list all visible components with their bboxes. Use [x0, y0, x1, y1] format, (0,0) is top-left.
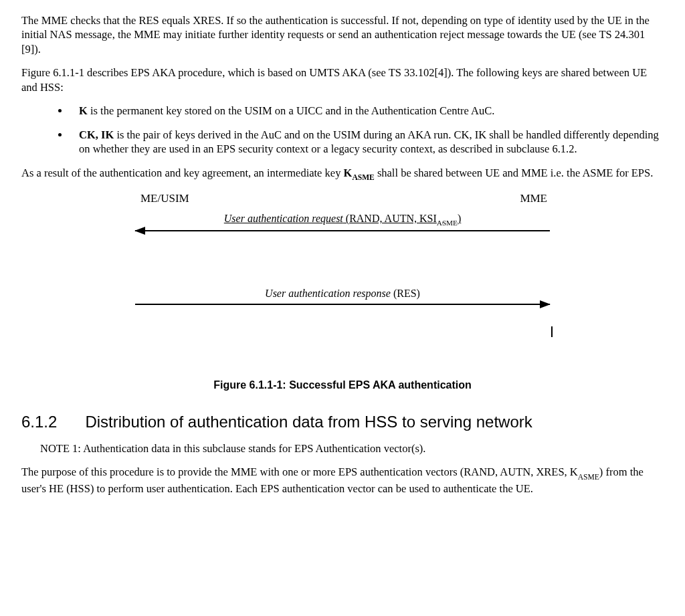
- arrow-line-icon: [135, 230, 550, 231]
- text: User authentication response: [265, 288, 391, 299]
- tick-mark-icon: [551, 326, 553, 337]
- note-1: NOTE 1: Authentication data in this subc…: [40, 441, 664, 455]
- arrow-head-left-icon: [134, 227, 145, 235]
- arrow-line-icon: [135, 304, 550, 305]
- text: shall be shared between UE and MME i.e. …: [375, 167, 654, 179]
- figure-caption: Figure 6.1.1-1: Successful EPS AKA authe…: [21, 379, 664, 393]
- text: is the pair of keys derived in the AuC a…: [79, 128, 659, 155]
- diagram-actor-mme: MME: [520, 191, 547, 206]
- paragraph: The MME checks that the RES equals XRES.…: [21, 13, 664, 56]
- paragraph: As a result of the authentication and ke…: [21, 166, 664, 182]
- arrow-label: User authentication response (RES): [135, 287, 550, 301]
- text: (RAND, AUTN, KSI: [343, 213, 437, 224]
- text: User authentication request: [224, 213, 343, 224]
- arrow-label: User authentication request (RAND, AUTN,…: [135, 212, 550, 227]
- section-title: Distribution of authentication data from…: [85, 411, 532, 432]
- list-item: K is the permanent key stored on the USI…: [70, 104, 664, 118]
- key-kasme: KASME: [344, 167, 375, 179]
- sequence-diagram: ME/USIM MME User authentication request …: [135, 191, 550, 358]
- text: ): [458, 213, 461, 224]
- key-k: K: [79, 104, 88, 117]
- text: ASME: [437, 219, 458, 227]
- paragraph: Figure 6.1.1-1 describes EPS AKA procedu…: [21, 66, 664, 94]
- bullet-list: K is the permanent key stored on the USI…: [21, 104, 664, 156]
- text: ASME: [578, 473, 599, 481]
- section-heading: 6.1.2 Distribution of authentication dat…: [21, 411, 664, 432]
- list-item: CK, IK is the pair of keys derived in th…: [70, 128, 664, 157]
- arrow-head-right-icon: [540, 300, 551, 308]
- arrow-auth-request: User authentication request (RAND, AUTN,…: [135, 230, 550, 231]
- text: The purpose of this procedure is to prov…: [21, 466, 578, 478]
- arrow-auth-response: User authentication response (RES): [135, 304, 550, 305]
- section-number: 6.1.2: [21, 411, 57, 432]
- text: is the permanent key stored on the USIM …: [88, 104, 495, 117]
- text: (RES): [391, 288, 420, 299]
- key-ck-ik: CK, IK: [79, 128, 114, 141]
- diagram-actor-me-usim: ME/USIM: [140, 191, 189, 206]
- text: As a result of the authentication and ke…: [21, 167, 344, 179]
- paragraph: The purpose of this procedure is to prov…: [21, 465, 664, 496]
